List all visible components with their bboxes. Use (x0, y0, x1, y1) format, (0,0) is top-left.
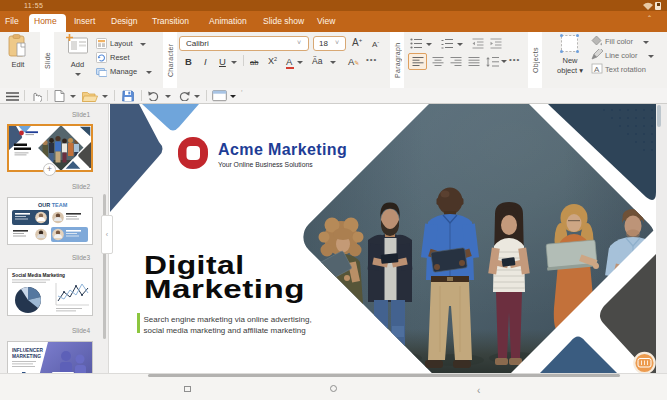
svg-text:social media marketing and aff: social media marketing and affiliate mar… (144, 326, 306, 335)
svg-text:Search engine marketing via on: Search engine marketing via online adver… (144, 315, 312, 324)
svg-text:Marketing: Marketing (144, 275, 305, 304)
svg-text:OUR TEAM: OUR TEAM (38, 202, 68, 208)
svg-text:Social Media Marketing: Social Media Marketing (12, 273, 65, 278)
svg-text:A: A (594, 65, 600, 74)
svg-text:Your Online Business Solutions: Your Online Business Solutions (218, 161, 313, 168)
svg-text:Acme Marketing: Acme Marketing (218, 141, 347, 158)
svg-text:INFLUENCER: INFLUENCER (12, 348, 43, 353)
svg-text:MARKETING: MARKETING (12, 354, 41, 359)
